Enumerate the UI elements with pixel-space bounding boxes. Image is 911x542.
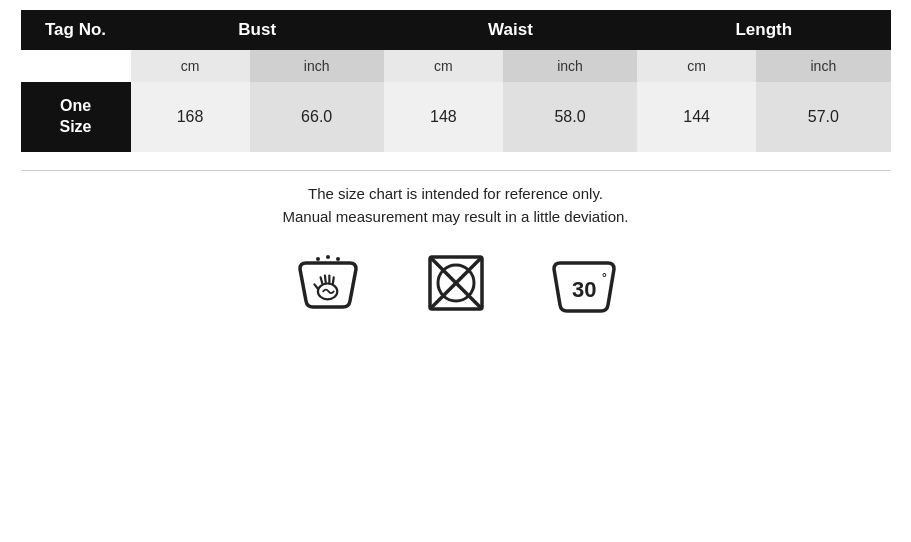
bust-cm-value: 168 xyxy=(131,82,250,152)
svg-text:°: ° xyxy=(602,271,607,285)
length-cm-value: 144 xyxy=(637,82,756,152)
hand-wash-icon xyxy=(294,249,362,317)
note-line2: Manual measurement may result in a littl… xyxy=(283,208,629,225)
wash-30-icon: 30 ° xyxy=(550,249,618,317)
bust-inch-subheader: inch xyxy=(250,50,384,82)
tag-no-header: Tag No. xyxy=(21,10,131,50)
waist-cm-subheader: cm xyxy=(384,50,503,82)
table-subheader-row: cm inch cm inch cm inch xyxy=(21,50,891,82)
length-inch-subheader: inch xyxy=(756,50,890,82)
waist-cm-value: 148 xyxy=(384,82,503,152)
svg-line-1 xyxy=(320,277,322,283)
svg-point-6 xyxy=(316,257,320,261)
bust-cm-subheader: cm xyxy=(131,50,250,82)
svg-line-5 xyxy=(314,284,318,288)
notes-section: The size chart is intended for reference… xyxy=(283,185,629,231)
no-tumble-dry-icon xyxy=(422,249,490,317)
svg-point-7 xyxy=(326,255,330,259)
length-inch-value: 57.0 xyxy=(756,82,890,152)
tag-subheader-empty xyxy=(21,50,131,82)
length-header: Length xyxy=(637,10,890,50)
waist-inch-value: 58.0 xyxy=(503,82,637,152)
waist-header: Waist xyxy=(384,10,637,50)
waist-inch-subheader: inch xyxy=(503,50,637,82)
length-cm-subheader: cm xyxy=(637,50,756,82)
svg-line-4 xyxy=(332,277,333,283)
bust-header: Bust xyxy=(131,10,384,50)
divider xyxy=(21,170,891,171)
note-line1: The size chart is intended for reference… xyxy=(283,185,629,202)
care-icons-row: 30 ° xyxy=(294,249,618,317)
page-container: Tag No. Bust Waist Length cm inch cm inc… xyxy=(0,0,911,542)
table-header-row: Tag No. Bust Waist Length xyxy=(21,10,891,50)
size-table: Tag No. Bust Waist Length cm inch cm inc… xyxy=(21,10,891,152)
svg-text:30: 30 xyxy=(572,277,596,302)
bust-inch-value: 66.0 xyxy=(250,82,384,152)
svg-line-2 xyxy=(324,275,325,283)
svg-point-8 xyxy=(336,257,340,261)
table-row: OneSize 168 66.0 148 58.0 144 57.0 xyxy=(21,82,891,152)
tag-value: OneSize xyxy=(21,82,131,152)
